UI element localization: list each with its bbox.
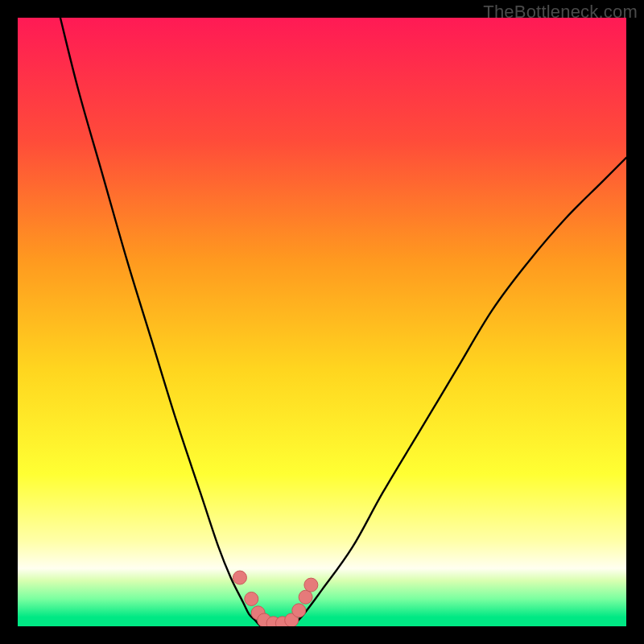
valley-marker bbox=[299, 590, 312, 604]
chart-frame bbox=[18, 18, 626, 626]
gradient-background bbox=[18, 18, 626, 626]
valley-marker bbox=[304, 578, 318, 592]
valley-marker bbox=[245, 592, 258, 605]
bottleneck-chart bbox=[18, 18, 626, 626]
valley-marker bbox=[233, 571, 246, 584]
valley-marker bbox=[292, 604, 306, 617]
